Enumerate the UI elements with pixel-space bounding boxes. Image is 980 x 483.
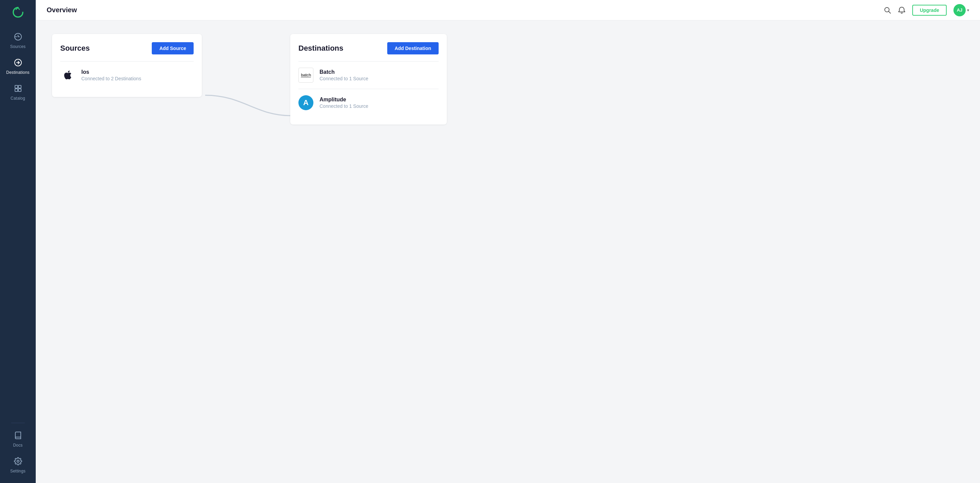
header: Overview Upgrade AJ ▾ [36,0,980,21]
ios-icon [60,68,75,83]
sidebar: Sources Destinations Cata [0,0,36,483]
sidebar-logo [0,0,36,24]
sidebar-divider [11,423,25,423]
ios-item-info: Ios Connected to 2 Destinations [81,69,141,81]
cards-row: Sources Add Source Ios Connected to 2 De… [52,34,964,124]
batch-subtitle: Connected to 1 Source [320,76,368,81]
batch-name: Batch [320,69,368,75]
amplitude-subtitle: Connected to 1 Source [320,103,368,109]
destinations-card-header: Destinations Add Destination [298,42,439,54]
destinations-icon [14,59,22,68]
sidebar-item-destinations[interactable]: Destinations [0,53,36,79]
avatar: AJ [953,4,966,16]
sources-card-header: Sources Add Source [60,42,194,54]
sidebar-item-settings[interactable]: Settings [0,452,36,478]
sources-card: Sources Add Source Ios Connected to 2 De… [52,34,202,97]
ios-subtitle: Connected to 2 Destinations [81,76,141,81]
sidebar-bottom: Docs Settings [0,426,36,483]
search-button[interactable] [884,6,891,14]
ios-source-item[interactable]: Ios Connected to 2 Destinations [60,61,194,89]
svg-rect-6 [18,89,21,92]
batch-item-info: Batch Connected to 1 Source [320,69,368,81]
sources-icon [14,33,22,42]
logo-icon [11,5,25,20]
content-area: Sources Add Source Ios Connected to 2 De… [36,21,980,483]
sidebar-item-catalog[interactable]: Catalog [0,79,36,105]
amplitude-item-info: Amplitude Connected to 1 Source [320,97,368,109]
add-source-button[interactable]: Add Source [152,42,194,54]
sources-card-title: Sources [60,44,90,53]
chevron-down-icon: ▾ [967,8,969,13]
svg-rect-5 [15,89,18,92]
amplitude-destination-item[interactable]: A Amplitude Connected to 1 Source [298,89,439,116]
docs-icon [14,431,22,441]
upgrade-button[interactable]: Upgrade [912,5,947,16]
sidebar-item-docs[interactable]: Docs [0,426,36,452]
amplitude-icon: A [298,95,313,110]
amplitude-icon-letter: A [303,98,309,107]
notification-button[interactable] [898,6,905,14]
settings-icon [14,457,22,467]
sidebar-item-sources[interactable]: Sources [0,27,36,53]
ios-name: Ios [81,69,141,75]
destinations-label: Destinations [6,70,29,75]
batch-destination-item[interactable]: batch Batch Connected to 1 Source [298,61,439,89]
svg-rect-3 [15,85,18,88]
page-title: Overview [47,6,884,14]
catalog-label: Catalog [11,96,25,101]
sources-label: Sources [10,44,25,49]
svg-point-7 [17,460,19,462]
batch-icon: batch [298,68,313,83]
batch-icon-label: batch [301,73,311,78]
add-destination-button[interactable]: Add Destination [387,42,439,54]
settings-label: Settings [10,469,25,473]
destinations-card-title: Destinations [298,44,343,53]
sidebar-nav: Sources Destinations Cata [0,24,36,420]
svg-rect-4 [18,85,21,88]
main-content: Overview Upgrade AJ ▾ [36,0,980,483]
docs-label: Docs [13,443,22,448]
destinations-card: Destinations Add Destination batch Batch… [290,34,447,124]
header-actions: Upgrade AJ ▾ [884,4,969,16]
avatar-dropdown[interactable]: AJ ▾ [953,4,969,16]
catalog-icon [14,84,22,94]
amplitude-name: Amplitude [320,97,368,103]
